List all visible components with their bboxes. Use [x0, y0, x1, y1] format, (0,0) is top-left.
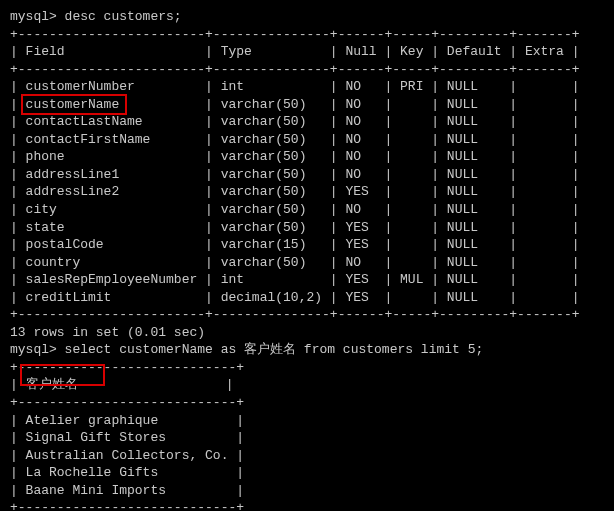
terminal-output: mysql> desc customers; +----------------…	[10, 8, 604, 511]
table2-row: | Baane Mini Imports |	[10, 482, 604, 500]
table1-row: | customerNumber | int | NO | PRI | NULL…	[10, 78, 604, 96]
table2-border-mid: +----------------------------+	[10, 394, 604, 412]
table1-row: | city | varchar(50) | NO | | NULL | |	[10, 201, 604, 219]
table1-row: | phone | varchar(50) | NO | | NULL | |	[10, 148, 604, 166]
table1-border-top: +------------------------+--------------…	[10, 26, 604, 44]
table1-row: | customerName | varchar(50) | NO | | NU…	[10, 96, 604, 114]
table1-header: | Field | Type | Null | Key | Default | …	[10, 43, 604, 61]
table2-row: | Signal Gift Stores |	[10, 429, 604, 447]
table1-row: | contactFirstName | varchar(50) | NO | …	[10, 131, 604, 149]
table2-border-top: +----------------------------+	[10, 359, 604, 377]
table1-row: | country | varchar(50) | NO | | NULL | …	[10, 254, 604, 272]
table2-header: | 客户姓名 |	[10, 376, 604, 394]
table1-border-bot: +------------------------+--------------…	[10, 306, 604, 324]
table1-row: | addressLine2 | varchar(50) | YES | | N…	[10, 183, 604, 201]
table1-row: | postalCode | varchar(15) | YES | | NUL…	[10, 236, 604, 254]
status-rows-1: 13 rows in set (0.01 sec)	[10, 324, 604, 342]
table1-row: | salesRepEmployeeNumber | int | YES | M…	[10, 271, 604, 289]
table1-row: | addressLine1 | varchar(50) | NO | | NU…	[10, 166, 604, 184]
table2-row: | Australian Collectors, Co. |	[10, 447, 604, 465]
table1-row: | creditLimit | decimal(10,2) | YES | | …	[10, 289, 604, 307]
mysql-prompt-1[interactable]: mysql> desc customers;	[10, 8, 604, 26]
table2-row: | Atelier graphique |	[10, 412, 604, 430]
table2-border-bot: +----------------------------+	[10, 499, 604, 511]
table1-row: | contactLastName | varchar(50) | NO | |…	[10, 113, 604, 131]
mysql-prompt-2[interactable]: mysql> select customerName as 客户姓名 from …	[10, 341, 604, 359]
table2-row: | La Rochelle Gifts |	[10, 464, 604, 482]
table1-row: | state | varchar(50) | YES | | NULL | |	[10, 219, 604, 237]
table1-border-mid: +------------------------+--------------…	[10, 61, 604, 79]
